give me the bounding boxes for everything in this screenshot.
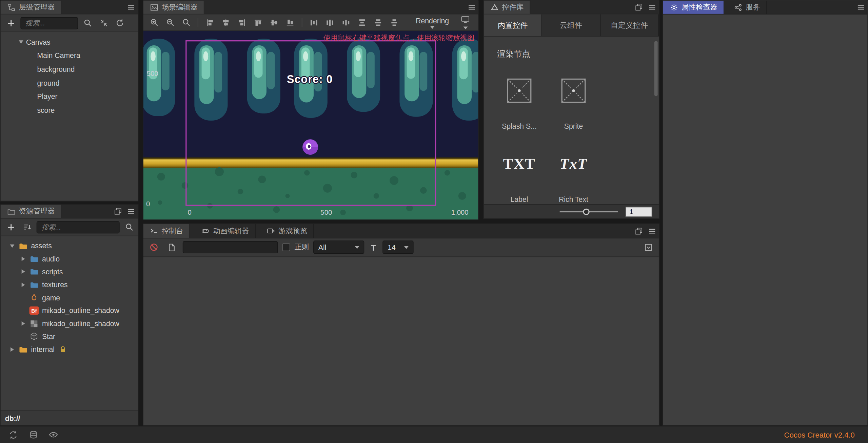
zoom-in-icon[interactable] (147, 18, 160, 26)
asset-row-scripts[interactable]: scripts (1, 265, 138, 278)
tab-label: 动画编辑器 (213, 226, 249, 236)
panel-menu-icon[interactable] (646, 224, 659, 238)
distribute-vertical-top-icon[interactable] (355, 18, 369, 27)
panel-menu-icon[interactable] (465, 1, 478, 14)
tab-game-preview[interactable]: 游戏预览 (260, 224, 314, 238)
align-left-icon[interactable] (203, 18, 216, 27)
log-level-select[interactable]: All (313, 240, 364, 254)
chevron-right-icon[interactable] (19, 257, 27, 261)
console-log-area[interactable] (143, 257, 659, 425)
chevron-right-icon[interactable] (19, 321, 27, 326)
rendering-dropdown[interactable]: Rendering (416, 16, 449, 28)
font-size-select[interactable]: 14 (382, 240, 413, 254)
align-right-icon[interactable] (235, 18, 249, 27)
asset-row-font-texture[interactable]: mikado_outline_shadow (1, 317, 138, 330)
panel-menu-icon[interactable] (124, 205, 138, 218)
align-center-horizontal-icon[interactable] (219, 18, 233, 27)
widget-item-label[interactable]: TXT Label (492, 154, 546, 204)
tab-widget-library[interactable]: 控件库 (484, 1, 530, 14)
clear-log-icon[interactable] (147, 243, 160, 252)
scene-canvas[interactable]: 使用鼠标右键平移视窗焦点，使用滚轮缩放视图 Score: 0 500 0 0 5… (143, 31, 478, 219)
tree-node-main-camera[interactable]: Main Camera (1, 49, 138, 63)
collapse-logs-icon[interactable] (642, 243, 655, 251)
refresh-icon[interactable] (113, 19, 126, 27)
bitmap-font-icon: Bf (29, 307, 39, 315)
panel-menu-icon[interactable] (124, 1, 138, 14)
triangle-icon (490, 3, 499, 11)
add-node-button[interactable] (4, 19, 18, 27)
slider-knob[interactable] (583, 208, 590, 215)
align-middle-vertical-icon[interactable] (268, 18, 281, 27)
add-asset-button[interactable] (4, 223, 18, 231)
panel-menu-icon[interactable] (646, 1, 659, 14)
ruler-label: 0 (188, 209, 191, 216)
asset-row-internal[interactable]: internal (1, 343, 138, 356)
locate-node-icon[interactable] (97, 19, 110, 27)
copy-layout-icon[interactable] (632, 1, 646, 14)
chevron-down-icon[interactable] (8, 244, 16, 248)
zoom-value-input[interactable]: 1 (626, 207, 652, 216)
eye-icon[interactable] (46, 431, 60, 439)
gamepad-icon (200, 227, 210, 235)
tab-cloud-components[interactable]: 云组件 (542, 14, 600, 36)
copy-layout-icon[interactable] (111, 205, 124, 218)
widget-item-sprite[interactable]: Sprite (546, 78, 600, 130)
widget-item-splash[interactable]: Splash S... (492, 78, 546, 130)
log-file-icon[interactable] (165, 243, 178, 251)
asset-row-textures[interactable]: textures (1, 278, 138, 291)
copy-layout-icon[interactable] (632, 224, 646, 238)
asset-row-assets[interactable]: assets (1, 239, 138, 252)
assets-search-input[interactable] (37, 221, 120, 233)
asset-row-bitmap-font[interactable]: Bfmikado_outline_shadow (1, 304, 138, 317)
align-top-icon[interactable] (251, 18, 264, 27)
ruler-label: 500 (320, 209, 332, 216)
tree-node-ground[interactable]: ground (1, 76, 138, 90)
tab-services[interactable]: 服务 (727, 1, 767, 14)
console-filter-input[interactable] (183, 241, 278, 253)
layout-swap-icon[interactable] (7, 430, 20, 439)
tab-animation-editor[interactable]: 动画编辑器 (194, 224, 256, 238)
panel-menu-icon[interactable] (854, 1, 867, 14)
tab-builtin-widgets[interactable]: 内置控件 (484, 14, 542, 36)
tab-scene-editor[interactable]: 场景编辑器 (143, 1, 204, 14)
distribute-horizontal-left-icon[interactable] (307, 18, 320, 27)
scene-tabbar: 场景编辑器 (143, 1, 478, 15)
align-bottom-icon[interactable] (283, 18, 297, 27)
tree-node-score[interactable]: score (1, 103, 138, 117)
asset-row-game[interactable]: game (1, 291, 138, 304)
tab-assets[interactable]: 资源管理器 (1, 205, 62, 218)
distribute-horizontal-right-icon[interactable] (339, 18, 353, 27)
tab-inspector[interactable]: 属性检查器 (663, 1, 724, 14)
tree-node-background[interactable]: background (1, 63, 138, 76)
chevron-right-icon[interactable] (19, 282, 27, 287)
tab-hierarchy[interactable]: 层级管理器 (1, 1, 62, 14)
assets-toolbar (1, 218, 138, 236)
tab-custom-widgets[interactable]: 自定义控件 (600, 14, 659, 36)
tree-node-canvas[interactable]: Canvas (1, 36, 138, 49)
search-icon[interactable] (122, 223, 136, 231)
asset-row-star[interactable]: Star (1, 330, 138, 343)
asset-row-audio[interactable]: audio (1, 252, 138, 265)
search-icon[interactable] (81, 19, 94, 27)
distribute-vertical-middle-icon[interactable] (372, 18, 385, 27)
image-icon (150, 3, 158, 11)
scrollbar-thumb[interactable] (654, 41, 658, 96)
tab-console[interactable]: 控制台 (143, 224, 190, 238)
widget-item-richtext[interactable]: TxT Rich Text (546, 154, 600, 204)
distribute-horizontal-center-icon[interactable] (323, 18, 336, 27)
regex-checkbox[interactable] (282, 244, 290, 251)
display-mode-dropdown[interactable] (460, 16, 470, 29)
zoom-slider[interactable] (560, 208, 618, 215)
chevron-right-icon[interactable] (19, 270, 27, 274)
tree-node-player[interactable]: Player (1, 90, 138, 103)
distribute-vertical-bottom-icon[interactable] (388, 18, 401, 27)
chevron-right-icon[interactable] (8, 347, 16, 352)
hierarchy-search-input[interactable] (20, 17, 78, 29)
cube-icon (29, 332, 39, 341)
sort-icon[interactable] (20, 223, 34, 231)
zoom-out-icon[interactable] (163, 18, 177, 26)
chevron-down-icon[interactable] (17, 41, 25, 44)
label-txt-icon: TXT (503, 154, 536, 173)
database-icon[interactable] (26, 430, 40, 439)
zoom-reset-icon[interactable] (179, 18, 193, 26)
